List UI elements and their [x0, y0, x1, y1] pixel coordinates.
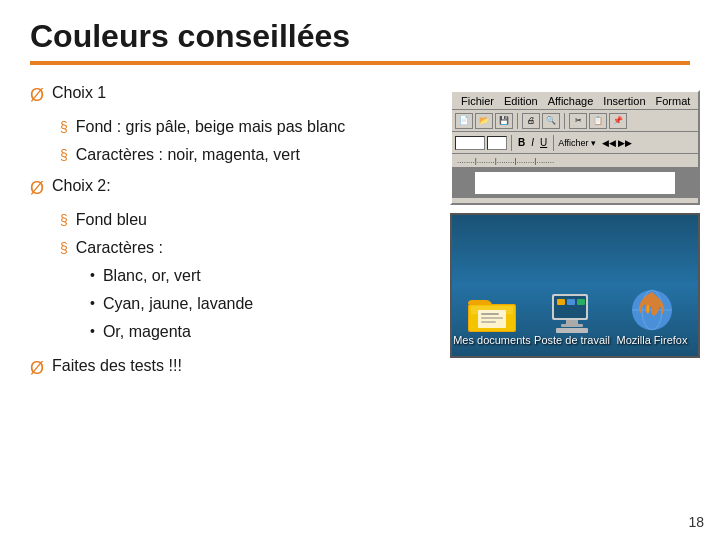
menu-format[interactable]: Format	[651, 94, 696, 108]
choix1-fond: Fond : gris pâle, beige mais pas blanc	[76, 113, 345, 140]
desktop-icon-mesdocs: Mes documents	[452, 284, 532, 356]
icon-label-firefox: Mozilla Firefox	[617, 334, 688, 346]
menu-insertion[interactable]: Insertion	[598, 94, 650, 108]
svg-rect-6	[481, 321, 496, 323]
svg-rect-9	[566, 320, 578, 324]
page-number: 18	[688, 514, 704, 530]
square-icon-3: §	[60, 209, 68, 233]
word-page	[475, 172, 675, 194]
arrow-icon-2: Ø	[30, 173, 44, 204]
slide-title: Couleurs conseillées	[0, 0, 720, 61]
folder-icon-svg	[468, 294, 516, 334]
menu-affichage[interactable]: Affichage	[543, 94, 599, 108]
choix1-caracteres: Caractères : noir, magenta, vert	[76, 141, 300, 168]
svg-rect-10	[561, 324, 583, 327]
svg-rect-13	[567, 299, 575, 305]
toolbar-paste[interactable]: 📌	[609, 113, 627, 129]
sub2-blanc: • Blanc, or, vert	[90, 262, 430, 289]
desktop-icon-poste: Poste de travail	[532, 282, 612, 356]
toolbar-sep4	[553, 135, 554, 151]
toolbar-open[interactable]: 📂	[475, 113, 493, 129]
sub2-cyan-text: Cyan, jaune, lavande	[103, 290, 253, 317]
svg-rect-5	[481, 317, 503, 319]
nav-back[interactable]: ◀◀	[602, 138, 616, 148]
firefox-icon-svg	[628, 286, 676, 334]
word-toolbar2: B I U Afficher ▾ ◀◀ ▶▶	[452, 132, 698, 154]
toolbar-print[interactable]: 🖨	[522, 113, 540, 129]
bold-btn[interactable]: B	[516, 137, 527, 148]
size-selector[interactable]	[487, 136, 507, 150]
font-selector[interactable]	[455, 136, 485, 150]
dot-icon-3: •	[90, 320, 95, 344]
word-ruler: ........|........|........|........|....…	[452, 154, 698, 168]
toolbar-sep1	[517, 113, 518, 129]
orange-divider	[30, 61, 690, 65]
choix1-bullet: Ø Choix 1	[30, 79, 430, 111]
icon-label-poste: Poste de travail	[534, 334, 610, 346]
afficher-label: Afficher ▾	[558, 138, 596, 148]
screenshots-area: Fichier Edition Affichage Insertion Form…	[450, 90, 700, 358]
svg-rect-14	[577, 299, 585, 305]
sub2-blanc-text: Blanc, or, vert	[103, 262, 201, 289]
underline-btn[interactable]: U	[538, 137, 549, 148]
square-icon-1: §	[60, 116, 68, 140]
main-content: Ø Choix 1 § Fond : gris pâle, beige mais…	[0, 79, 460, 385]
word-toolbar1: 📄 📂 💾 🖨 🔍 ✂ 📋 📌	[452, 110, 698, 132]
toolbar-copy[interactable]: 📋	[589, 113, 607, 129]
toolbar-save[interactable]: 💾	[495, 113, 513, 129]
arrow-icon-3: Ø	[30, 353, 44, 384]
toolbar-preview[interactable]: 🔍	[542, 113, 560, 129]
square-icon-4: §	[60, 237, 68, 261]
word-body	[452, 168, 698, 198]
choix1-label: Choix 1	[52, 79, 106, 106]
sub2-or: • Or, magenta	[90, 318, 430, 345]
dot-icon-2: •	[90, 292, 95, 316]
desktop-icon-firefox: Mozilla Firefox	[612, 276, 692, 356]
desktop-area: Mes documents	[450, 213, 700, 358]
choix2-label: Choix 2:	[52, 172, 111, 199]
dot-icon-1: •	[90, 264, 95, 288]
faites-bullet: Ø Faites des tests !!!	[30, 352, 430, 384]
choix2-fond: Fond bleu	[76, 206, 147, 233]
menu-fichier[interactable]: Fichier	[456, 94, 499, 108]
nav-fwd[interactable]: ▶▶	[618, 138, 632, 148]
faites-text: Faites des tests !!!	[52, 352, 182, 379]
choix2-bullet: Ø Choix 2:	[30, 172, 430, 204]
sub2-cyan: • Cyan, jaune, lavande	[90, 290, 430, 317]
italic-btn[interactable]: I	[529, 137, 536, 148]
menu-edition[interactable]: Edition	[499, 94, 543, 108]
toolbar-sep2	[564, 113, 565, 129]
icon-label-mesdocs: Mes documents	[453, 334, 531, 346]
svg-rect-4	[481, 313, 499, 315]
choix2-sub2: § Caractères :	[60, 234, 430, 261]
slide: Couleurs conseillées Ø Choix 1 § Fond : …	[0, 0, 720, 540]
toolbar-sep3	[511, 135, 512, 151]
toolbar-cut[interactable]: ✂	[569, 113, 587, 129]
choix1-sub2: § Caractères : noir, magenta, vert	[60, 141, 430, 168]
arrow-icon-1: Ø	[30, 80, 44, 111]
choix2-sub1: § Fond bleu	[60, 206, 430, 233]
svg-rect-11	[556, 328, 588, 333]
choix1-sub1: § Fond : gris pâle, beige mais pas blanc	[60, 113, 430, 140]
word-window: Fichier Edition Affichage Insertion Form…	[450, 90, 700, 205]
word-menubar: Fichier Edition Affichage Insertion Form…	[452, 92, 698, 110]
sub2-or-text: Or, magenta	[103, 318, 191, 345]
computer-icon-svg	[548, 292, 596, 334]
toolbar-new[interactable]: 📄	[455, 113, 473, 129]
svg-rect-12	[557, 299, 565, 305]
choix2-caracteres: Caractères :	[76, 234, 163, 261]
square-icon-2: §	[60, 144, 68, 168]
